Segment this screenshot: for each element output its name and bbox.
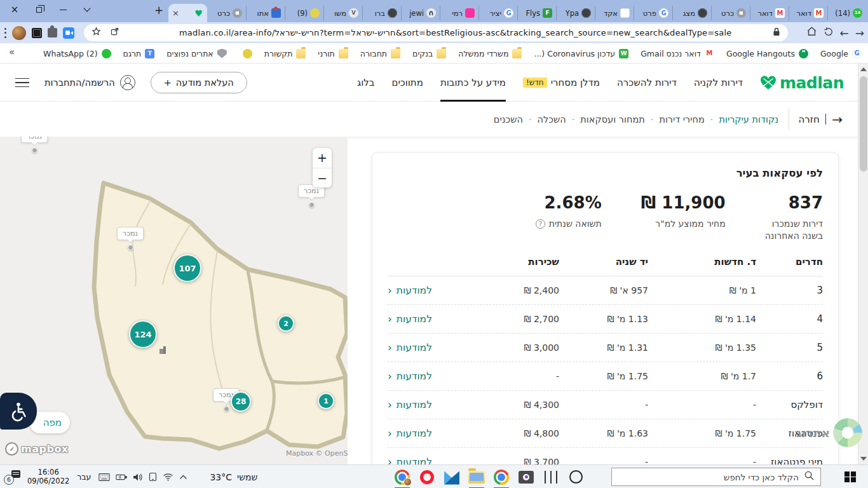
lock-icon[interactable]: [773, 27, 780, 39]
url-text[interactable]: madlan.co.il/area-info/חריש-ישראל?term=ח…: [179, 28, 768, 37]
browser-tab[interactable]: אתו ×: [246, 6, 285, 20]
hidden-icons-chevron[interactable]: [179, 474, 187, 480]
bookmarks-overflow-button[interactable]: «: [9, 46, 15, 58]
window-restore-button[interactable]: [27, 0, 51, 19]
bookmark-item[interactable]: תחבורה: [360, 49, 400, 58]
listings-link[interactable]: למודעות: [388, 342, 432, 353]
login-signup-button[interactable]: הרשמה/התחברות: [44, 75, 135, 90]
nav-item[interactable]: דירות להשכרה: [617, 64, 677, 102]
share-icon[interactable]: [110, 27, 119, 39]
madlan-logo[interactable]: madlan: [760, 74, 844, 92]
bookmark-item[interactable]: תורני: [318, 49, 348, 58]
browser-tab[interactable]: ברו ×: [362, 6, 401, 20]
browser-tab[interactable]: דואר ×: [789, 6, 827, 20]
map-cluster[interactable]: 124: [129, 320, 157, 348]
touch-keyboard-icon[interactable]: [98, 473, 110, 482]
mapbox-logo[interactable]: mapbox: [5, 442, 69, 456]
map-cluster[interactable]: 28: [231, 391, 251, 412]
bookmark-item[interactable]: [239, 49, 252, 58]
battery-icon[interactable]: [116, 473, 127, 481]
taskbar-chrome[interactable]: [491, 465, 512, 488]
listings-link[interactable]: למודעות: [388, 428, 432, 439]
subnav-link[interactable]: תמחור ועסקאות: [580, 114, 659, 125]
subnav-link[interactable]: נקודות עיקריות: [719, 114, 778, 125]
listings-link[interactable]: למודעות: [388, 313, 432, 325]
new-tab-button[interactable]: +: [150, 1, 168, 19]
help-icon[interactable]: ?: [536, 219, 545, 229]
subnav-link[interactable]: מחירי דירות: [659, 114, 719, 125]
browser-tab[interactable]: כרט ×: [207, 6, 246, 20]
nav-item[interactable]: בלוג: [357, 64, 374, 102]
nav-item[interactable]: מתווכים: [391, 64, 423, 102]
browser-tab[interactable]: מצג ×: [672, 6, 711, 20]
browser-tab[interactable]: פרט ×: [634, 6, 672, 20]
scroll-up-arrow[interactable]: [860, 67, 867, 71]
zoom-in-button[interactable]: +: [313, 148, 332, 168]
window-close-button[interactable]: ×: [3, 0, 27, 19]
reload-button[interactable]: [824, 27, 834, 39]
extension-dark-icon[interactable]: [32, 28, 42, 38]
camera-extension-icon[interactable]: [63, 27, 74, 39]
browser-tab[interactable]: כרט ×: [711, 6, 750, 20]
subnav-link[interactable]: השכנים: [494, 114, 538, 125]
weather-widget[interactable]: 33°C שמשי: [210, 472, 257, 482]
zoom-out-button[interactable]: −: [313, 168, 332, 188]
map-cluster[interactable]: 107: [173, 254, 201, 282]
bookmark-item[interactable]: (2) WhatsApp: [43, 49, 111, 58]
map[interactable]: נמכרנמכרנמכרנמכר 1071242281 + − מפה mapb…: [0, 137, 348, 464]
wifi-icon[interactable]: [163, 473, 173, 481]
start-button[interactable]: [836, 465, 864, 488]
hamburger-menu-icon[interactable]: [15, 78, 29, 88]
back-button-site[interactable]: → חזרה: [798, 102, 843, 137]
taskbar-camera[interactable]: [515, 465, 537, 488]
scroll-down-arrow[interactable]: [860, 457, 867, 461]
taskbar-opera[interactable]: [416, 465, 438, 488]
address-bar[interactable]: madlan.co.il/area-info/חריש-ישראל?term=ח…: [84, 24, 788, 41]
scrollbar-thumb[interactable]: [860, 76, 867, 172]
browser-tab[interactable]: (14) ×: [827, 6, 866, 20]
taskbar-chrome-profile[interactable]: [391, 465, 413, 488]
post-listing-button[interactable]: + העלאת מודעה: [151, 72, 247, 93]
browser-tab[interactable]: משו ×: [323, 6, 362, 20]
nav-item[interactable]: מדלן מסחרי חדש!: [523, 64, 600, 102]
listings-link[interactable]: למודעות: [388, 370, 432, 382]
speaker-icon[interactable]: [133, 473, 143, 482]
home-button[interactable]: [806, 26, 817, 39]
accessibility-button[interactable]: [0, 393, 37, 430]
bookmark-item[interactable]: Google Hangouts: [726, 49, 808, 58]
notification-center-button[interactable]: 6: [4, 470, 22, 485]
map-attribution[interactable]: Mapbox © OpenStreetMap: [286, 449, 348, 458]
taskbar-settings-sliders[interactable]: [540, 465, 562, 488]
language-indicator[interactable]: עבר: [77, 472, 91, 482]
listings-link[interactable]: למודעות: [388, 285, 432, 296]
taskbar-opera-secondary[interactable]: [565, 465, 587, 488]
bookmark-item[interactable]: משרדי ממשלה: [458, 49, 522, 58]
page-scrollbar[interactable]: [858, 64, 868, 464]
map-cluster[interactable]: 1: [318, 393, 334, 409]
browser-tab[interactable]: אקד ×: [595, 6, 634, 20]
subnav-link[interactable]: השכלה: [538, 114, 581, 125]
menu-kebab-icon[interactable]: [4, 28, 6, 38]
window-minimize-button[interactable]: [51, 0, 75, 19]
browser-tab[interactable]: jewi ×: [401, 6, 440, 20]
tab-search-button[interactable]: [75, 0, 99, 19]
browser-tab[interactable]: Flys ×: [517, 6, 556, 20]
tab-close-icon[interactable]: ×: [172, 8, 179, 18]
nav-item[interactable]: מידע על כתובות: [440, 64, 506, 102]
display-cast-icon[interactable]: [149, 472, 157, 482]
back-button[interactable]: ←: [840, 27, 849, 39]
bookmark-star-icon[interactable]: [92, 27, 101, 39]
bookmark-item[interactable]: תרגם: [123, 49, 155, 58]
taskbar-search[interactable]: הקלד כאן כדי לחפש: [611, 468, 821, 486]
taskbar-clock[interactable]: 16:06 09/06/2022: [27, 468, 69, 485]
nav-item[interactable]: דירות לקניה: [694, 64, 743, 102]
bookmark-item[interactable]: עדכון Coronavirus (...: [534, 49, 628, 58]
bookmark-item[interactable]: דואר נכנס Gmail: [641, 49, 714, 58]
browser-tab[interactable]: דואר ×: [750, 6, 789, 20]
bookmark-item[interactable]: אתרים נפוצים: [166, 49, 226, 58]
extensions-puzzle-icon[interactable]: [48, 28, 57, 37]
listings-link[interactable]: למודעות: [388, 399, 432, 410]
map-cluster[interactable]: 2: [278, 315, 294, 332]
browser-tab[interactable]: (9) ×: [285, 6, 323, 20]
forward-button[interactable]: →: [855, 27, 864, 39]
